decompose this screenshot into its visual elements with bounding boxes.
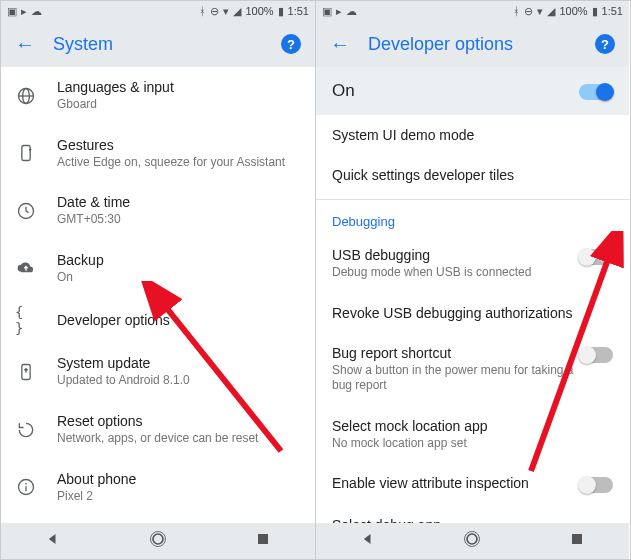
screen-title: System xyxy=(53,34,263,55)
svg-point-4 xyxy=(29,149,32,152)
bluetooth-icon: ᚼ xyxy=(199,5,206,17)
settings-list: Languages & input Gboard Gestures Active… xyxy=(1,67,315,523)
wifi-icon: ▾ xyxy=(537,5,543,18)
clock-time: 1:51 xyxy=(602,5,623,17)
row-subtitle: Network, apps, or device can be reset xyxy=(57,431,301,447)
settings-row[interactable]: Date & time GMT+05:30 xyxy=(1,182,315,240)
svg-point-10 xyxy=(153,534,163,544)
row-subtitle: Pixel 2 xyxy=(57,489,301,505)
nav-bar xyxy=(316,523,629,559)
battery-pct: 100% xyxy=(559,5,587,17)
row-subtitle: GMT+05:30 xyxy=(57,212,301,228)
row-title: Quick settings developer tiles xyxy=(332,167,613,183)
update-icon xyxy=(15,361,37,383)
nav-recent-icon[interactable] xyxy=(253,529,273,553)
dnd-icon: ⊖ xyxy=(524,5,533,18)
toggle-switch[interactable] xyxy=(579,477,613,493)
wifi-icon: ▾ xyxy=(223,5,229,18)
status-bar: ▣ ▸ ☁ ᚼ ⊖ ▾ ◢ 100% ▮ 1:51 xyxy=(1,1,315,21)
dev-option-row[interactable]: System UI demo mode xyxy=(316,115,629,155)
phone-left: ▣ ▸ ☁ ᚼ ⊖ ▾ ◢ 100% ▮ 1:51 ← System ? Lan… xyxy=(1,1,315,559)
settings-row[interactable]: Backup On xyxy=(1,240,315,298)
svg-rect-15 xyxy=(572,534,582,544)
image-icon: ▣ xyxy=(322,5,332,18)
settings-row[interactable]: System update Updated to Android 8.1.0 xyxy=(1,343,315,401)
help-icon[interactable]: ? xyxy=(281,34,301,54)
row-title: Bug report shortcut xyxy=(332,345,579,361)
row-subtitle: Updated to Android 8.1.0 xyxy=(57,373,301,389)
row-subtitle: Gboard xyxy=(57,97,301,113)
dev-option-row[interactable]: Select debug app No debug application se… xyxy=(316,505,629,523)
settings-row[interactable]: Languages & input Gboard xyxy=(1,67,315,125)
row-subtitle: No mock location app set xyxy=(332,436,613,452)
row-title: Developer options xyxy=(57,312,301,328)
braces-icon: { } xyxy=(15,309,37,331)
row-title: Enable view attribute inspection xyxy=(332,475,579,491)
help-icon[interactable]: ? xyxy=(595,34,615,54)
row-title: Date & time xyxy=(57,194,301,210)
svg-point-13 xyxy=(467,534,477,544)
dev-option-row[interactable]: Enable view attribute inspection xyxy=(316,463,629,505)
dev-option-row[interactable]: USB debugging Debug mode when USB is con… xyxy=(316,235,629,293)
row-subtitle: Debug mode when USB is connected xyxy=(332,265,579,281)
row-title: Select mock location app xyxy=(332,418,613,434)
row-subtitle: Show a button in the power menu for taki… xyxy=(332,363,579,394)
dnd-icon: ⊖ xyxy=(210,5,219,18)
row-title: Reset options xyxy=(57,413,301,429)
developer-options-list: On System UI demo modeQuick settings dev… xyxy=(316,67,629,523)
clock-icon xyxy=(15,200,37,222)
master-toggle-row[interactable]: On xyxy=(316,67,629,115)
back-icon[interactable]: ← xyxy=(15,34,35,54)
settings-row[interactable]: Reset options Network, apps, or device c… xyxy=(1,401,315,459)
info-icon xyxy=(15,476,37,498)
nav-recent-icon[interactable] xyxy=(567,529,587,553)
back-icon[interactable]: ← xyxy=(330,34,350,54)
nav-back-icon[interactable] xyxy=(43,529,63,553)
dev-option-row[interactable]: Bug report shortcut Show a button in the… xyxy=(316,333,629,406)
row-subtitle: Active Edge on, squeeze for your Assista… xyxy=(57,155,301,171)
row-title: Revoke USB debugging authorizations xyxy=(332,305,613,321)
globe-icon xyxy=(15,85,37,107)
play-icon: ▸ xyxy=(336,5,342,18)
clock-time: 1:51 xyxy=(288,5,309,17)
signal-icon: ◢ xyxy=(233,5,241,18)
signal-icon: ◢ xyxy=(547,5,555,18)
settings-row[interactable]: Gestures Active Edge on, squeeze for you… xyxy=(1,125,315,183)
dev-option-row[interactable]: Quick settings developer tiles xyxy=(316,155,629,195)
nav-home-icon[interactable] xyxy=(462,529,482,553)
row-title: Gestures xyxy=(57,137,301,153)
row-title: About phone xyxy=(57,471,301,487)
reset-icon xyxy=(15,419,37,441)
app-bar: ← Developer options ? xyxy=(316,21,629,67)
toggle-switch[interactable] xyxy=(579,347,613,363)
toggle-switch[interactable] xyxy=(579,249,613,265)
row-title: USB debugging xyxy=(332,247,579,263)
row-title: System UI demo mode xyxy=(332,127,613,143)
nav-bar xyxy=(1,523,315,559)
play-icon: ▸ xyxy=(21,5,27,18)
backup-icon xyxy=(15,258,37,280)
battery-pct: 100% xyxy=(245,5,273,17)
battery-icon: ▮ xyxy=(592,5,598,18)
row-title: Languages & input xyxy=(57,79,301,95)
svg-point-9 xyxy=(25,483,27,485)
nav-home-icon[interactable] xyxy=(148,529,168,553)
row-subtitle: On xyxy=(57,270,301,286)
battery-icon: ▮ xyxy=(278,5,284,18)
status-bar: ▣ ▸ ☁ ᚼ ⊖ ▾ ◢ 100% ▮ 1:51 xyxy=(316,1,629,21)
bluetooth-icon: ᚼ xyxy=(513,5,520,17)
section-header-debugging: Debugging xyxy=(316,200,629,235)
gestures-icon xyxy=(15,142,37,164)
settings-row[interactable]: { } Developer options xyxy=(1,297,315,343)
dev-option-row[interactable]: Select mock location app No mock locatio… xyxy=(316,406,629,464)
nav-back-icon[interactable] xyxy=(358,529,378,553)
phone-right: ▣ ▸ ☁ ᚼ ⊖ ▾ ◢ 100% ▮ 1:51 ← Developer op… xyxy=(315,1,629,559)
settings-row[interactable]: About phone Pixel 2 xyxy=(1,459,315,517)
cloud-icon: ☁ xyxy=(31,5,42,18)
screen-title: Developer options xyxy=(368,34,577,55)
dev-option-row[interactable]: Revoke USB debugging authorizations xyxy=(316,293,629,333)
row-title: System update xyxy=(57,355,301,371)
master-toggle-switch[interactable] xyxy=(579,84,613,100)
master-toggle-label: On xyxy=(332,81,579,101)
row-title: Backup xyxy=(57,252,301,268)
